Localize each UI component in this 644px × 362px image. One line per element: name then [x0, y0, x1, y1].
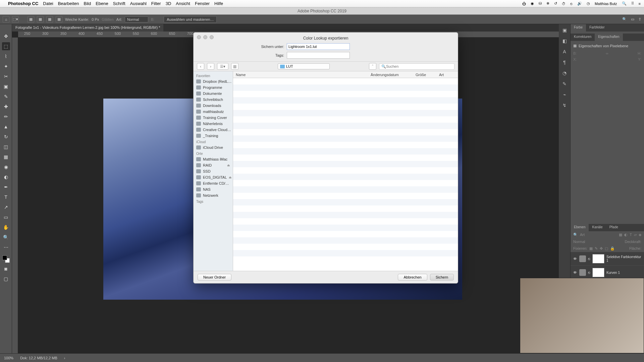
- lasso-tool[interactable]: ⌇: [2, 52, 10, 60]
- stamp-tool[interactable]: ▲: [2, 123, 10, 131]
- sidebar-item[interactable]: NAS: [194, 186, 233, 192]
- zoom-value[interactable]: 100%: [4, 356, 13, 360]
- hand-tool[interactable]: ✋: [2, 223, 10, 231]
- sidebar-item[interactable]: Schreibtisch: [194, 97, 233, 103]
- filter-shape-icon[interactable]: ▱: [634, 233, 637, 237]
- screenmode-tool[interactable]: ▢: [2, 275, 10, 283]
- filter-pixel-icon[interactable]: ▦: [619, 233, 622, 237]
- shape-tool[interactable]: ▭: [2, 213, 10, 221]
- blend-mode[interactable]: Normal: [573, 240, 585, 244]
- menu-ebene[interactable]: Ebene: [96, 1, 108, 6]
- menu-hilfe[interactable]: Hilfe: [214, 1, 223, 6]
- sidebar-item[interactable]: iCloud Drive: [194, 144, 233, 150]
- col-name[interactable]: Name: [233, 73, 371, 77]
- doc-info[interactable]: Dok: 12,2 MB/12,2 MB: [20, 356, 57, 360]
- tab-ebenen[interactable]: Ebenen: [571, 224, 589, 231]
- filename-input[interactable]: [287, 43, 350, 50]
- sidebar-item[interactable]: Creative Cloud…: [194, 127, 233, 133]
- minimize-icon[interactable]: [203, 35, 207, 39]
- control-icon[interactable]: ⠿: [631, 1, 634, 6]
- status-icon[interactable]: ⛁: [539, 1, 542, 6]
- tab-pfade[interactable]: Pfade: [606, 224, 622, 231]
- lock-icon[interactable]: ▢: [605, 246, 608, 251]
- sidebar-item[interactable]: Netzwerk: [194, 192, 233, 198]
- strip-icon[interactable]: A: [563, 49, 566, 54]
- forward-button[interactable]: ›: [207, 63, 214, 70]
- history-brush-tool[interactable]: ↻: [2, 133, 10, 141]
- layer-filter[interactable]: Art: [580, 233, 585, 237]
- tab-kanaele[interactable]: Kanäle: [589, 224, 606, 231]
- lock-icon[interactable]: ✥: [600, 246, 603, 251]
- spotlight-icon[interactable]: 🔍: [622, 1, 627, 6]
- marquee-tool[interactable]: ⬚: [2, 42, 10, 50]
- sidebar-item[interactable]: Näherlebnis: [194, 121, 233, 127]
- status-icon[interactable]: ◉: [531, 1, 534, 6]
- layer-row[interactable]: 👁⎋Kurven 1: [571, 266, 644, 280]
- strip-icon[interactable]: ¶: [563, 60, 566, 65]
- mask-thumb[interactable]: [592, 254, 604, 263]
- crop-tool[interactable]: ✂: [2, 72, 10, 80]
- visibility-icon[interactable]: 👁: [573, 270, 577, 275]
- quickmask-tool[interactable]: ◙: [2, 265, 10, 273]
- select-mask-button[interactable]: Auswählen und maskieren…: [164, 16, 217, 23]
- lock-icon[interactable]: ✎: [595, 246, 598, 251]
- zoom-icon[interactable]: [210, 35, 214, 39]
- sidebar-item[interactable]: Entfernte CD/…: [194, 180, 233, 186]
- marquee-new-icon[interactable]: ▦: [28, 16, 34, 23]
- tab-farbfelder[interactable]: Farbfelder: [586, 24, 608, 32]
- chevron-right-icon[interactable]: ›: [64, 356, 65, 360]
- mask-thumb[interactable]: [592, 268, 604, 277]
- search-icon[interactable]: 🔍: [622, 17, 627, 21]
- strip-icon[interactable]: ▣: [562, 27, 567, 33]
- menu-auswahl[interactable]: Auswahl: [130, 1, 147, 6]
- save-button[interactable]: Sichern: [430, 274, 454, 281]
- volume-icon[interactable]: 🔊: [577, 1, 582, 6]
- type-tool[interactable]: T: [2, 193, 10, 201]
- menu-bearbeiten[interactable]: Bearbeiten: [58, 1, 79, 6]
- wand-tool[interactable]: ✦: [2, 62, 10, 70]
- workspace-icon[interactable]: ▭: [631, 17, 634, 21]
- sidebar-item[interactable]: SSD: [194, 168, 233, 174]
- menu-schrift[interactable]: Schrift: [113, 1, 125, 6]
- tags-input[interactable]: [287, 52, 350, 59]
- wifi-icon[interactable]: ⎋: [570, 2, 573, 6]
- file-rows-empty[interactable]: [233, 78, 458, 271]
- status-icon[interactable]: ❄: [546, 1, 549, 6]
- pen-tool[interactable]: ✒: [2, 183, 10, 191]
- eject-icon[interactable]: ⏏: [229, 176, 232, 179]
- sidebar-item[interactable]: Programme: [194, 84, 233, 90]
- tab-korrekturen[interactable]: Korrekturen: [571, 34, 595, 41]
- share-icon[interactable]: ⇪: [638, 17, 641, 21]
- back-button[interactable]: ‹: [197, 63, 204, 70]
- cancel-button[interactable]: Abbrechen: [398, 274, 427, 281]
- menu-filter[interactable]: Filter: [151, 1, 161, 6]
- home-icon[interactable]: ⌂: [3, 16, 9, 23]
- filter-adj-icon[interactable]: ◐: [624, 233, 628, 237]
- menu-fenster[interactable]: Fenster: [195, 1, 210, 6]
- location-dropdown[interactable]: LUT: [278, 63, 330, 69]
- col-date[interactable]: Änderungsdatum: [371, 73, 416, 77]
- heal-tool[interactable]: ✚: [2, 103, 10, 111]
- eraser-tool[interactable]: ◫: [2, 143, 10, 151]
- tab-eigenschaften[interactable]: Eigenschaften: [595, 34, 623, 41]
- search-input[interactable]: [386, 64, 452, 68]
- document-tab[interactable]: Fotografie 1x1 - Videokurs Fotografieren…: [12, 24, 163, 32]
- lock-icon[interactable]: ▦: [589, 246, 593, 251]
- tool-preset-icon[interactable]: ⬚▾: [12, 16, 19, 23]
- dodge-tool[interactable]: ◐: [2, 173, 10, 181]
- color-swatch[interactable]: [2, 255, 10, 263]
- art-select[interactable]: Normal: [125, 16, 148, 22]
- layer-row[interactable]: 👁⎋Selektive Farbkorrektur 1: [571, 252, 644, 266]
- app-menu[interactable]: Photoshop CC: [8, 1, 38, 6]
- tab-farbe[interactable]: Farbe: [571, 24, 586, 32]
- marquee-int-icon[interactable]: ▦: [56, 16, 62, 23]
- search-field[interactable]: 🔍: [379, 63, 454, 70]
- close-icon[interactable]: [197, 35, 201, 39]
- frame-tool[interactable]: ▣: [2, 82, 10, 90]
- filter-smart-icon[interactable]: ◈: [639, 233, 641, 237]
- marquee-add-icon[interactable]: ▦: [37, 16, 44, 23]
- strip-icon[interactable]: ⌁: [563, 92, 566, 97]
- marquee-sub-icon[interactable]: ▦: [46, 16, 53, 23]
- sidebar-item[interactable]: RAID⏏: [194, 162, 233, 168]
- filter-type-icon[interactable]: T: [630, 233, 632, 237]
